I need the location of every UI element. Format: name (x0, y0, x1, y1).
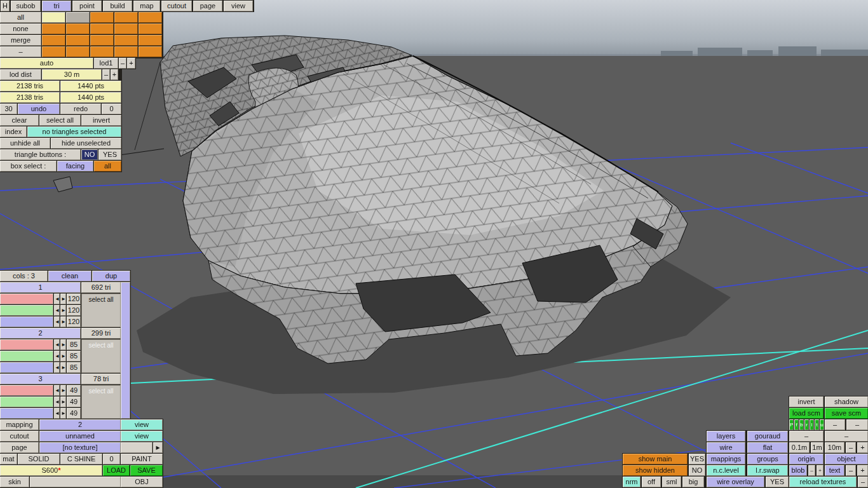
menu-tab-point[interactable]: point (72, 1, 102, 11)
index-button[interactable]: index (0, 126, 27, 137)
menu-tab-map[interactable]: map (133, 1, 160, 11)
mappings-button[interactable]: mappings (707, 454, 745, 464)
dash-button[interactable]: – (846, 465, 856, 476)
subobject-cell[interactable] (90, 35, 114, 46)
nrm-button[interactable]: nrm (623, 477, 641, 487)
shadow-button[interactable]: shadow (825, 396, 868, 407)
subob-dash-button[interactable]: – (0, 46, 41, 57)
model-name[interactable]: S600* (0, 465, 102, 476)
page-value[interactable]: [no texture] (39, 442, 121, 453)
nrm-big-button[interactable]: big (682, 477, 704, 487)
group-3-header[interactable]: 3 (0, 374, 81, 384)
group-3-select-all-button[interactable]: select all (81, 385, 121, 419)
decrement-icon[interactable]: ◄ (54, 305, 60, 316)
subobject-cell[interactable] (42, 12, 65, 23)
increment-icon[interactable]: ► (60, 316, 66, 327)
triangle-buttons-no-button[interactable]: NO (81, 149, 98, 160)
increment-icon[interactable]: ► (60, 385, 66, 396)
show-main-value[interactable]: YES (689, 454, 705, 464)
grid-0-1m-button[interactable]: 0.1m (789, 442, 810, 453)
dash-button[interactable]: – (789, 431, 824, 442)
decrement-icon[interactable]: ◄ (54, 362, 60, 373)
subobject-cell[interactable] (66, 12, 90, 23)
decrement-icon[interactable]: ◄ (54, 316, 60, 327)
gouraud-button[interactable]: gouraud (747, 431, 788, 442)
view-left-button[interactable]: l (810, 419, 814, 430)
show-hidden-value[interactable]: NO (689, 465, 705, 476)
menu-tab-page[interactable]: page (193, 1, 222, 11)
subobject-cell[interactable] (114, 12, 138, 23)
save-button[interactable]: SAVE (130, 465, 163, 476)
obj-button[interactable]: OBJ (121, 477, 163, 487)
subobject-cell[interactable] (66, 24, 90, 34)
plus-button[interactable]: + (857, 442, 868, 453)
layers-button[interactable]: layers (707, 431, 745, 442)
group-1-blue-slider[interactable] (0, 316, 53, 327)
lod-dist-minus-button[interactable]: – (102, 69, 110, 80)
group-1-select-all-button[interactable]: select all (81, 294, 121, 327)
cutout-value[interactable]: unnamed (39, 431, 121, 442)
view-back-button[interactable]: b (799, 419, 804, 430)
view-top-button[interactable]: t (815, 419, 819, 430)
lod-dist-value[interactable]: 30 m (42, 69, 102, 80)
menu-tab-tri[interactable]: tri (42, 1, 71, 11)
unhide-all-button[interactable]: unhide all (0, 138, 50, 149)
blob-button[interactable]: blob (789, 465, 807, 476)
increment-icon[interactable]: ► (60, 305, 66, 316)
dup-button[interactable]: dup (92, 271, 130, 281)
mat-solid-button[interactable]: SOLID (18, 454, 60, 464)
increment-icon[interactable]: ► (60, 408, 66, 419)
save-scm-button[interactable]: save scm (825, 408, 868, 419)
dash-button[interactable]: – (825, 419, 845, 430)
menu-tab-subob[interactable]: subob (11, 1, 41, 11)
page-next-icon[interactable]: ▶ (153, 442, 163, 453)
increment-icon[interactable]: ► (60, 294, 66, 304)
box-select-all-button[interactable]: all (94, 161, 121, 172)
group-2-blue-slider[interactable] (0, 362, 53, 373)
subob-merge-button[interactable]: merge (0, 35, 41, 46)
decrement-icon[interactable]: ◄ (54, 339, 60, 350)
clear-button[interactable]: clear (0, 115, 39, 126)
subobject-cell[interactable] (114, 35, 138, 46)
mapping-view-button[interactable]: view (121, 419, 163, 430)
menu-tab-build[interactable]: build (103, 1, 132, 11)
grid-1m-button[interactable]: 1m (811, 442, 824, 453)
group-2-green-slider[interactable] (0, 351, 53, 362)
subobject-cell[interactable] (114, 24, 138, 34)
groups-button[interactable]: groups (747, 454, 788, 464)
group-1-header[interactable]: 1 (0, 282, 81, 293)
subobject-cell[interactable] (90, 46, 114, 57)
dash-button[interactable]: – (846, 442, 856, 453)
decrement-icon[interactable]: ◄ (54, 396, 60, 407)
dash-button[interactable]: – (825, 431, 868, 442)
subobject-cell[interactable] (139, 46, 162, 57)
subob-none-button[interactable]: none (0, 24, 41, 34)
subobject-cell[interactable] (42, 46, 65, 57)
lod-auto-button[interactable]: auto (0, 58, 93, 69)
clean-button[interactable]: clean (48, 271, 92, 281)
lod-minus-button[interactable]: – (119, 58, 126, 69)
mat-cshine-button[interactable]: C SHINE (60, 454, 102, 464)
wire-button[interactable]: wire (707, 442, 745, 453)
group-1-red-slider[interactable] (0, 294, 53, 304)
redo-button[interactable]: redo (60, 104, 101, 114)
wire-overlay-button[interactable]: wire overlay (707, 477, 764, 487)
skin-button[interactable]: skin (0, 477, 29, 487)
cols-button[interactable]: cols : 3 (0, 271, 48, 281)
lod-dist-plus-button[interactable]: + (111, 69, 118, 80)
load-button[interactable]: LOAD (103, 465, 130, 476)
box-select-facing-button[interactable]: facing (57, 161, 93, 172)
dash-button[interactable]: – (808, 465, 815, 476)
group-3-red-slider[interactable] (0, 385, 53, 396)
mapping-value[interactable]: 2 (39, 419, 121, 430)
groups-scrollbar[interactable] (121, 282, 130, 419)
lr-swap-button[interactable]: l.r.swap (747, 465, 788, 476)
origin-button[interactable]: origin (789, 454, 824, 464)
group-2-header[interactable]: 2 (0, 328, 81, 339)
mat-paint-button[interactable]: PAINT (121, 454, 163, 464)
subobject-cell[interactable] (42, 35, 65, 46)
subobject-cell[interactable] (66, 46, 90, 57)
group-3-green-slider[interactable] (0, 396, 53, 407)
menu-tab-h[interactable]: H (1, 1, 10, 11)
subobject-cell[interactable] (42, 24, 65, 34)
